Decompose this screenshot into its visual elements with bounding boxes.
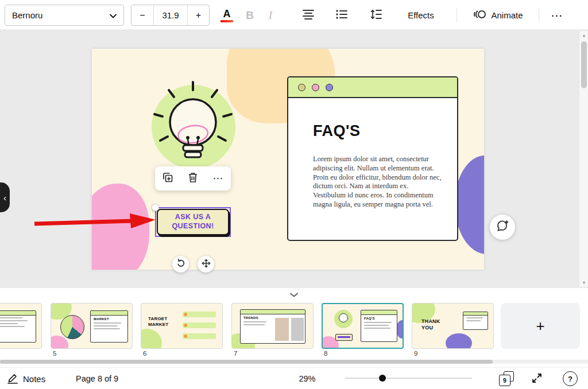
font-size-value[interactable]: 31.9: [153, 5, 188, 25]
window-dot-pink: [312, 84, 319, 91]
align-center-icon: [303, 9, 314, 22]
font-family-select[interactable]: Bernoru: [5, 5, 124, 26]
add-comment-button[interactable]: [490, 215, 515, 240]
move-button[interactable]: [198, 256, 214, 273]
move-icon: [202, 259, 211, 270]
thumb-text-line: [0, 326, 25, 327]
thumb-text-line: [364, 322, 392, 323]
line-spacing-button[interactable]: [365, 5, 387, 26]
ask-question-sticker[interactable]: ASK US A QUESTION!: [157, 209, 229, 235]
toolbar-more-button[interactable]: ⋯: [546, 5, 568, 26]
thumb-window: TRENDS: [240, 309, 305, 344]
thumb-text-line: [94, 322, 121, 324]
page-thumbnail-6[interactable]: TARGET MARKET: [141, 303, 223, 349]
faq-browser-window[interactable]: FAQ'S Lorem ipsum dolor sit amet, consec…: [287, 76, 458, 241]
text-align-button[interactable]: [297, 5, 319, 26]
red-pointer-arrow[interactable]: [32, 211, 157, 232]
notes-label: Notes: [23, 374, 45, 384]
text-color-button[interactable]: A: [216, 5, 238, 26]
horizontal-scrollbar[interactable]: [0, 360, 588, 364]
add-page-button[interactable]: +: [501, 303, 580, 349]
font-size-control: − 31.9 +: [131, 5, 210, 26]
thumb-list-row: [183, 333, 216, 339]
faq-title[interactable]: FAQ'S: [313, 122, 457, 140]
thumb-photo: [275, 318, 289, 341]
line-spacing-icon: [370, 9, 382, 22]
expand-icon: [531, 372, 543, 386]
page-thumbnail-8-selected[interactable]: FAQ'S: [322, 303, 404, 349]
thumb-decor: [184, 334, 187, 338]
thumb-text-line: [364, 325, 389, 326]
filmstrip-collapse-button[interactable]: [274, 289, 314, 300]
delete-button[interactable]: [183, 169, 203, 188]
bold-button[interactable]: B: [239, 5, 260, 26]
grid-view-button[interactable]: 9: [498, 371, 514, 387]
thumb-decor: [184, 324, 187, 327]
increase-font-size-button[interactable]: +: [188, 5, 209, 25]
trash-icon: [188, 172, 198, 185]
page-thumbnail-7[interactable]: TRENDS: [231, 303, 314, 349]
thumb-text-line: [364, 328, 390, 329]
page-thumbnail-4[interactable]: [0, 303, 42, 349]
scroll-up-icon[interactable]: ▲: [579, 33, 588, 37]
horizontal-scrollbar-thumb[interactable]: [0, 360, 493, 364]
browser-header: [288, 77, 457, 98]
chevron-left-icon: ‹: [3, 193, 6, 203]
notes-pencil-icon: [7, 372, 18, 386]
bullet-list-button[interactable]: [331, 5, 353, 26]
zoom-value[interactable]: 29%: [290, 374, 324, 383]
slide-page-8[interactable]: ⋯ ASK US A QUESTION! FAQ'S Lorem ipsum d…: [92, 49, 484, 270]
effects-button[interactable]: Effects: [403, 5, 439, 26]
window-dot-yellow: [298, 84, 305, 91]
selected-element-frame[interactable]: ASK US A QUESTION!: [155, 207, 231, 237]
thumb-text-line: [0, 320, 28, 321]
rotate-button[interactable]: [172, 256, 189, 273]
thumb-photo: [291, 318, 304, 341]
vertical-scrollbar[interactable]: ▲ ▼: [579, 31, 588, 287]
vertical-scrollbar-thumb[interactable]: [581, 41, 587, 88]
thumb-decor: [184, 313, 187, 316]
selection-handle[interactable]: [152, 204, 159, 211]
animate-icon: [473, 9, 486, 22]
page-thumbnail-9[interactable]: THANK YOU: [412, 303, 494, 349]
decrease-font-size-button[interactable]: −: [131, 5, 153, 25]
page-number-8: 8: [324, 350, 327, 357]
thumb-window-header: [0, 311, 36, 316]
thumb-title: THANK YOU: [421, 318, 449, 331]
thumb-window: FAQ'S: [361, 310, 397, 342]
duplicate-button[interactable]: [158, 169, 177, 188]
animate-label: Animate: [491, 10, 523, 20]
thumb-text-line: [0, 323, 18, 324]
thumb-decor: [338, 336, 350, 338]
thumb-window: MARKET: [90, 310, 128, 343]
element-more-button[interactable]: ⋯: [208, 169, 228, 188]
page-thumbnail-5[interactable]: MARKET: [51, 303, 133, 349]
thumb-list-row: [183, 322, 216, 328]
thumb-window-header: [463, 312, 488, 316]
lightbulb-illustration[interactable]: [150, 81, 236, 173]
purple-blob-shape[interactable]: [455, 155, 484, 254]
thumb-window: [0, 310, 36, 343]
notes-button[interactable]: Notes: [7, 371, 45, 387]
help-button[interactable]: ?: [563, 371, 578, 386]
scroll-down-icon[interactable]: ▼: [579, 281, 588, 285]
page-number-7: 7: [234, 350, 237, 357]
thumb-pie-chart: [60, 315, 84, 339]
thumb-window-header: [241, 310, 305, 314]
text-toolbar: Bernoru − 31.9 + A B I Effects Animate: [0, 0, 588, 30]
fullscreen-button[interactable]: [529, 372, 544, 387]
italic-button[interactable]: I: [260, 5, 281, 26]
zoom-slider-handle[interactable]: [379, 375, 386, 382]
window-dot-purple: [326, 84, 333, 91]
rotate-icon: [176, 259, 185, 270]
comment-plus-icon: [496, 219, 509, 235]
zoom-slider[interactable]: [345, 372, 472, 384]
element-context-toolbar: ⋯: [155, 166, 231, 190]
page-number-5: 5: [53, 350, 56, 357]
faq-body-text[interactable]: Lorem ipsum dolor sit amet, consectetur …: [313, 155, 442, 209]
animate-button[interactable]: Animate: [466, 5, 529, 26]
editor-canvas: ⋯ ASK US A QUESTION! FAQ'S Lorem ipsum d…: [0, 30, 588, 288]
page-indicator[interactable]: Page 8 of 9: [76, 374, 118, 383]
sidebar-collapse-tab[interactable]: ‹: [0, 182, 10, 212]
thumb-title: TARGET MARKET: [148, 316, 178, 327]
